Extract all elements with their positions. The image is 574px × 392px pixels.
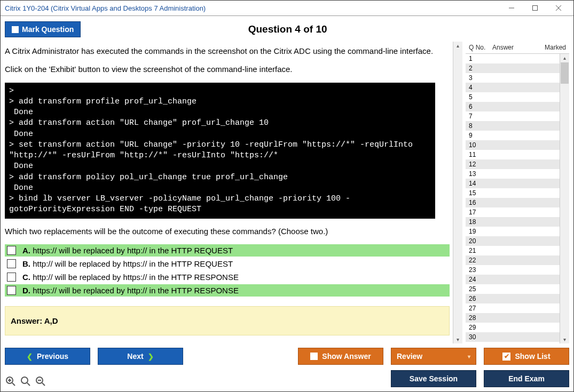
show-answer-label: Show Answer xyxy=(322,352,371,361)
option-label: A. https:// will be replaced by http:// … xyxy=(22,246,233,255)
nav-qno: 23 xyxy=(469,266,492,274)
nav-row[interactable]: 2 xyxy=(466,63,560,73)
nav-row[interactable]: 7 xyxy=(466,111,560,121)
nav-qno: 19 xyxy=(469,228,492,235)
nav-row[interactable]: 6 xyxy=(466,102,560,111)
option-d[interactable]: D. https:// will be replaced by http:// … xyxy=(5,284,450,297)
nav-col-marked: Marked xyxy=(530,44,566,51)
option-a[interactable]: A. https:// will be replaced by http:// … xyxy=(5,244,450,257)
nav-row[interactable]: 22 xyxy=(466,255,560,265)
nav-row[interactable]: 19 xyxy=(466,227,560,236)
question-counter: Question 4 of 10 xyxy=(81,23,494,35)
nav-row[interactable]: 17 xyxy=(466,207,560,217)
review-button[interactable]: Review ▾ xyxy=(391,348,476,365)
nav-row[interactable]: 29 xyxy=(466,323,560,332)
option-b[interactable]: B. http:// will be replaced by https:// … xyxy=(5,258,450,270)
option-label: D. https:// will be replaced by http:// … xyxy=(22,286,239,295)
next-button[interactable]: Next ❯ xyxy=(98,348,183,365)
navigator-list-wrap: 1234567891011121314151617181920212223242… xyxy=(466,54,569,343)
nav-row[interactable]: 8 xyxy=(466,121,560,131)
nav-row[interactable]: 3 xyxy=(466,73,560,83)
nav-row[interactable]: 10 xyxy=(466,140,560,150)
button-row: ❮ Previous Next ❯ Show Answer Review ▾ xyxy=(5,348,569,365)
nav-qno: 11 xyxy=(469,151,492,158)
nav-row[interactable]: 28 xyxy=(466,313,560,323)
option-checkbox[interactable] xyxy=(7,286,16,295)
nav-row[interactable]: 26 xyxy=(466,294,560,303)
nav-row[interactable]: 9 xyxy=(466,131,560,140)
nav-qno: 18 xyxy=(469,218,492,226)
question-content: A Citrix Administrator has executed the … xyxy=(5,42,453,343)
nav-qno: 10 xyxy=(469,141,492,149)
nav-qno: 24 xyxy=(469,276,492,283)
window-controls xyxy=(500,2,570,14)
nav-qno: 22 xyxy=(469,257,492,264)
scroll-up-icon[interactable]: ▴ xyxy=(457,42,459,50)
end-exam-button[interactable]: End Exam xyxy=(484,370,569,387)
nav-scroll-down-icon[interactable]: ▾ xyxy=(560,335,569,343)
option-checkbox[interactable] xyxy=(7,259,16,268)
option-c[interactable]: C. http:// will be replaced by https:// … xyxy=(5,271,450,283)
svg-point-8 xyxy=(21,377,28,383)
nav-row[interactable]: 20 xyxy=(466,236,560,246)
option-checkbox[interactable] xyxy=(7,246,16,255)
svg-line-9 xyxy=(27,383,30,386)
chevron-left-icon: ❮ xyxy=(27,353,33,361)
nav-qno: 25 xyxy=(469,285,492,293)
zoom-in-button[interactable] xyxy=(5,375,17,387)
save-session-button[interactable]: Save Session xyxy=(391,370,476,387)
previous-button[interactable]: ❮ Previous xyxy=(5,348,90,365)
body: Mark Question Question 4 of 10 A Citrix … xyxy=(1,16,573,391)
navigator-header: Q No. Answer Marked xyxy=(466,42,569,54)
mark-checkbox-icon xyxy=(12,26,19,33)
mark-question-button[interactable]: Mark Question xyxy=(5,21,81,37)
nav-row[interactable]: 24 xyxy=(466,275,560,284)
nav-row[interactable]: 30 xyxy=(466,332,560,342)
checked-square-icon: ✔ xyxy=(502,353,510,361)
nav-row[interactable]: 12 xyxy=(466,159,560,169)
nav-qno: 29 xyxy=(469,324,492,331)
footer: ❮ Previous Next ❯ Show Answer Review ▾ xyxy=(5,348,569,387)
nav-row[interactable]: 23 xyxy=(466,265,560,275)
nav-row[interactable]: 1 xyxy=(466,54,560,63)
nav-row[interactable]: 4 xyxy=(466,83,560,92)
content-scrollbar[interactable]: ▴ ▾ xyxy=(453,42,462,343)
close-button[interactable] xyxy=(547,2,570,14)
question-prompt: Which two replacements will be the outco… xyxy=(5,226,450,237)
review-label: Review xyxy=(397,352,422,361)
maximize-button[interactable] xyxy=(523,2,547,14)
zoom-reset-button[interactable] xyxy=(20,375,32,387)
zoom-out-button[interactable] xyxy=(35,375,46,387)
nav-row[interactable]: 18 xyxy=(466,217,560,227)
nav-row[interactable]: 5 xyxy=(466,92,560,102)
end-exam-label: End Exam xyxy=(508,374,545,383)
nav-qno: 3 xyxy=(469,74,492,82)
nav-qno: 2 xyxy=(469,65,492,72)
nav-qno: 1 xyxy=(469,55,492,62)
nav-qno: 9 xyxy=(469,132,492,139)
option-checkbox[interactable] xyxy=(7,273,16,282)
nav-row[interactable]: 14 xyxy=(466,179,560,188)
nav-row[interactable]: 13 xyxy=(466,169,560,179)
zoom-controls xyxy=(5,375,46,387)
show-list-button[interactable]: ✔ Show List xyxy=(484,348,569,365)
nav-scroll-thumb[interactable] xyxy=(561,62,569,84)
navigator-scrollbar[interactable]: ▴ ▾ xyxy=(560,54,569,343)
scroll-down-icon[interactable]: ▾ xyxy=(457,335,459,343)
nav-qno: 7 xyxy=(469,113,492,120)
nav-scroll-up-icon[interactable]: ▴ xyxy=(560,54,569,62)
nav-row[interactable]: 11 xyxy=(466,150,560,159)
show-answer-button[interactable]: Show Answer xyxy=(298,348,383,365)
nav-row[interactable]: 27 xyxy=(466,303,560,313)
nav-row[interactable]: 21 xyxy=(466,246,560,255)
content-scroll: A Citrix Administrator has executed the … xyxy=(5,42,462,343)
nav-qno: 13 xyxy=(469,170,492,178)
minimize-button[interactable] xyxy=(500,2,523,14)
nav-qno: 20 xyxy=(469,237,492,245)
nav-row[interactable]: 25 xyxy=(466,284,560,294)
nav-qno: 4 xyxy=(469,84,492,91)
navigator-list[interactable]: 1234567891011121314151617181920212223242… xyxy=(466,54,560,343)
options-list: A. https:// will be replaced by http:// … xyxy=(5,244,450,297)
nav-row[interactable]: 16 xyxy=(466,198,560,207)
nav-row[interactable]: 15 xyxy=(466,188,560,198)
